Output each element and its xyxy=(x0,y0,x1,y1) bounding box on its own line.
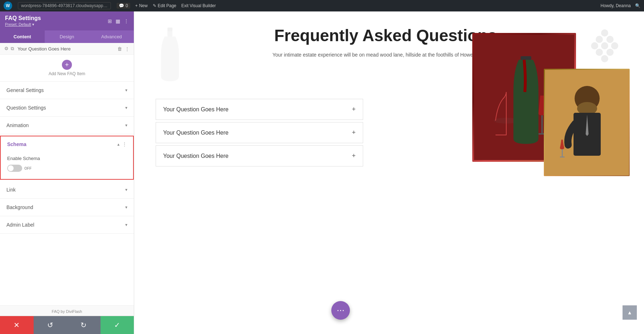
site-url[interactable]: wordpress-784896-4973817.cloudwaysapps.c… xyxy=(18,2,111,9)
search-icon[interactable]: 🔍 xyxy=(635,3,640,8)
faq-question-2: Your Question Goes Here xyxy=(163,130,229,136)
tab-content[interactable]: Content xyxy=(0,30,45,43)
svg-rect-22 xyxy=(560,156,565,158)
panel-tabs: Content Design Advanced xyxy=(0,30,134,43)
general-chevron-icon: ▾ xyxy=(125,88,127,93)
admin-label-chevron-icon: ▾ xyxy=(125,222,127,227)
add-plus-icon: + xyxy=(62,60,72,70)
exit-builder-link[interactable]: Exit Visual Builder xyxy=(181,3,216,8)
admin-label-section: Admin Label ▾ xyxy=(0,216,134,234)
schema-more-icon[interactable]: ⋮ xyxy=(122,142,127,147)
svg-rect-21 xyxy=(562,149,563,156)
general-settings-label: General Settings xyxy=(6,87,44,93)
panel-title: FAQ Settings xyxy=(5,15,108,21)
svg-rect-13 xyxy=(521,56,531,60)
settings-icon[interactable]: ⚙ xyxy=(4,46,9,52)
link-chevron-icon: ▾ xyxy=(125,187,127,192)
background-header[interactable]: Background ▾ xyxy=(0,199,134,216)
schema-body: Enable Schema OFF xyxy=(1,152,133,179)
background-section: Background ▾ xyxy=(0,199,134,216)
panel-footer-bar: ✕ ↺ ↻ ✓ xyxy=(0,316,134,334)
panel-preset[interactable]: Preset: Default ▾ xyxy=(5,22,108,27)
faq-accordion-list: Your Question Goes Here + Your Question … xyxy=(156,99,363,166)
link-label: Link xyxy=(6,187,16,193)
delete-icon[interactable]: 🗑 xyxy=(117,46,122,52)
schema-label: Schema xyxy=(7,141,26,147)
question-settings-label: Question Settings xyxy=(6,105,46,111)
bottle-decoration-left xyxy=(156,26,184,84)
comments-link[interactable]: 💬 0 xyxy=(117,3,130,9)
background-label: Background xyxy=(6,204,33,210)
tab-advanced[interactable]: Advanced xyxy=(89,30,134,43)
wordpress-logo[interactable]: W xyxy=(4,1,12,10)
svg-rect-14 xyxy=(541,115,543,133)
settings-panel: FAQ Settings Preset: Default ▾ ⊞ ▦ ⋮ Con… xyxy=(0,11,134,334)
question-chevron-icon: ▾ xyxy=(125,105,127,110)
tab-design[interactable]: Design xyxy=(45,30,89,43)
floating-action-button[interactable]: ⋯ xyxy=(331,301,350,320)
panel-title-area: FAQ Settings Preset: Default ▾ xyxy=(5,15,108,27)
animation-chevron-icon: ▾ xyxy=(125,123,127,128)
faq-expand-icon-1[interactable]: + xyxy=(352,106,356,113)
enable-schema-toggle[interactable]: OFF xyxy=(7,165,127,172)
scroll-to-top-button[interactable]: ▲ xyxy=(623,305,637,320)
question-settings-section: Question Settings ▾ xyxy=(0,99,134,117)
general-settings-header[interactable]: General Settings ▾ xyxy=(0,82,134,99)
add-new-faq-button[interactable]: + Add New FAQ Item xyxy=(0,55,134,82)
faq-expand-icon-2[interactable]: + xyxy=(352,129,356,136)
schema-header[interactable]: Schema ▴ ⋮ xyxy=(1,136,133,152)
panel-header: FAQ Settings Preset: Default ▾ ⊞ ▦ ⋮ xyxy=(0,11,134,30)
animation-header[interactable]: Animation ▾ xyxy=(0,117,134,134)
redo-button[interactable]: ↻ xyxy=(67,316,101,334)
undo-button[interactable]: ↺ xyxy=(34,316,67,334)
faq-accordion-item-1[interactable]: Your Question Goes Here + xyxy=(156,99,363,120)
edit-page-link[interactable]: ✎ Edit Page xyxy=(153,3,176,8)
link-section: Link ▾ xyxy=(0,181,134,199)
schema-chevron-up-icon[interactable]: ▴ xyxy=(117,142,119,147)
panel-header-icons: ⊞ ▦ ⋮ xyxy=(108,18,129,24)
animation-section: Animation ▾ xyxy=(0,117,134,134)
panel-icon-grid[interactable]: ⊞ xyxy=(108,18,112,24)
faq-accordion-item-2[interactable]: Your Question Goes Here + xyxy=(156,122,363,143)
general-settings-section: General Settings ▾ xyxy=(0,82,134,99)
wp-admin-bar: W wordpress-784896-4973817.cloudwaysapps… xyxy=(0,0,644,11)
panel-footer-label: FAQ by DiviFlash xyxy=(0,305,134,316)
settings-scroll-area: ⚙ ⧉ Your Question Goes Here 🗑 ⋮ + Add Ne… xyxy=(0,43,134,305)
admin-label-text: Admin Label xyxy=(6,222,34,228)
duplicate-icon[interactable]: ⧉ xyxy=(11,46,14,52)
greeting-text: Howdy, Deanna xyxy=(601,3,631,8)
admin-nav-items: 💬 0 + New ✎ Edit Page Exit Visual Builde… xyxy=(117,3,595,9)
more-icon[interactable]: ⋮ xyxy=(125,46,130,52)
question-settings-header[interactable]: Question Settings ▾ xyxy=(0,99,134,116)
faq-item-right-icons: 🗑 ⋮ xyxy=(117,46,130,52)
faq-item-left-icons: ⚙ ⧉ xyxy=(4,46,14,52)
faq-question-3: Your Question Goes Here xyxy=(163,153,229,159)
admin-bar-right: Howdy, Deanna 🔍 xyxy=(601,3,641,8)
save-button[interactable]: ✓ xyxy=(101,316,134,334)
faq-item-label: Your Question Goes Here xyxy=(14,46,117,52)
new-link[interactable]: + New xyxy=(135,3,148,8)
animation-label: Animation xyxy=(6,122,29,128)
page-content-area: Frequently Asked Questions Your intimate… xyxy=(134,11,644,334)
faq-item-row: ⚙ ⧉ Your Question Goes Here 🗑 ⋮ xyxy=(0,43,134,55)
panel-icon-columns[interactable]: ▦ xyxy=(116,18,120,24)
wine-image-2 xyxy=(544,69,630,176)
schema-section: Schema ▴ ⋮ Enable Schema OFF xyxy=(0,136,134,180)
main-layout: FAQ Settings Preset: Default ▾ ⊞ ▦ ⋮ Con… xyxy=(0,11,644,334)
background-chevron-icon: ▾ xyxy=(125,205,127,210)
link-header[interactable]: Link ▾ xyxy=(0,181,134,198)
faq-question-1: Your Question Goes Here xyxy=(163,106,229,113)
svg-rect-1 xyxy=(167,28,172,31)
enable-schema-label: Enable Schema xyxy=(7,156,127,161)
toggle-thumb xyxy=(8,165,14,171)
toggle-track[interactable] xyxy=(7,165,22,172)
cancel-button[interactable]: ✕ xyxy=(0,316,34,334)
faq-accordion-item-3[interactable]: Your Question Goes Here + xyxy=(156,145,363,166)
toggle-state-label: OFF xyxy=(24,166,31,170)
add-new-label: Add New FAQ Item xyxy=(49,71,86,76)
admin-label-header[interactable]: Admin Label ▾ xyxy=(0,216,134,233)
faq-expand-icon-3[interactable]: + xyxy=(352,152,356,160)
footer-text: FAQ by DiviFlash xyxy=(52,309,82,314)
wine-images-area xyxy=(472,33,630,176)
panel-icon-more[interactable]: ⋮ xyxy=(124,18,129,24)
